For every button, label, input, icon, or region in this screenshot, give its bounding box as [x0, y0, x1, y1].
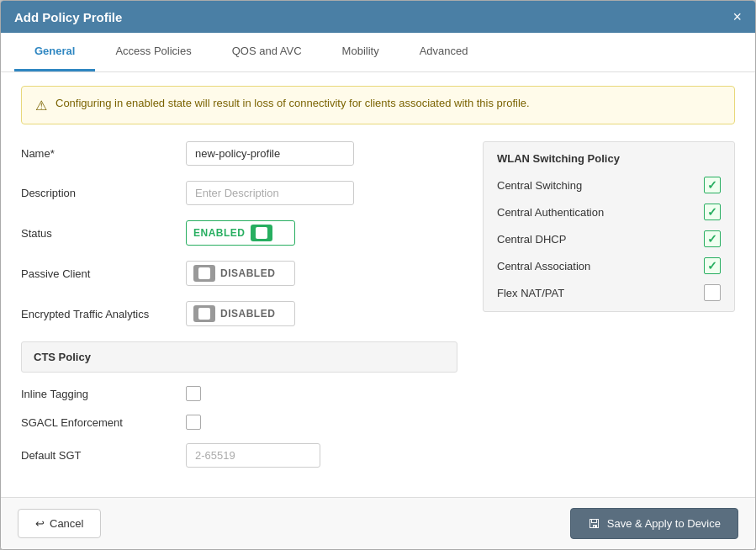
encrypted-traffic-label: Encrypted Traffic Analytics — [21, 308, 172, 320]
toggle-switch-inner3 — [198, 308, 210, 320]
encrypted-traffic-toggle-label: DISABLED — [220, 308, 275, 320]
passive-client-label: Passive Client — [21, 267, 172, 280]
status-toggle[interactable]: ENABLED — [186, 220, 295, 246]
passive-client-row: Passive Client DISABLED — [21, 261, 457, 286]
sgacl-checkbox[interactable] — [186, 415, 201, 430]
inline-tagging-row: Inline Tagging — [21, 386, 457, 401]
modal-body: ⚠ Configuring in enabled state will resu… — [1, 72, 755, 497]
tab-mobility[interactable]: Mobility — [322, 33, 399, 71]
warning-banner: ⚠ Configuring in enabled state will resu… — [21, 86, 735, 124]
passive-client-toggle-label: DISABLED — [220, 267, 275, 279]
description-input[interactable] — [186, 181, 354, 205]
tab-access-policies[interactable]: Access Policies — [95, 33, 211, 71]
encrypted-traffic-row: Encrypted Traffic Analytics DISABLED — [21, 301, 457, 326]
name-input[interactable] — [186, 141, 354, 166]
passive-client-toggle[interactable]: DISABLED — [186, 261, 295, 286]
central-switching-checkbox[interactable] — [704, 177, 721, 193]
right-panel: WLAN Switching Policy Central Switching … — [483, 141, 735, 481]
wlan-label-central-authentication: Central Authentication — [497, 206, 604, 219]
tab-qos-avc[interactable]: QOS and AVC — [212, 33, 322, 71]
wlan-switching-section: WLAN Switching Policy Central Switching … — [483, 141, 735, 312]
wlan-label-central-switching: Central Switching — [497, 179, 582, 192]
description-label: Description — [21, 187, 172, 199]
cts-policy-section: CTS Policy — [21, 341, 457, 373]
default-sgt-label: Default SGT — [21, 449, 172, 462]
cts-policy-title: CTS Policy — [34, 351, 91, 363]
cancel-icon: ↩ — [35, 517, 45, 530]
description-row: Description — [21, 181, 457, 205]
sgacl-row: SGACL Enforcement — [21, 415, 457, 430]
wlan-row-central-switching: Central Switching — [497, 177, 721, 193]
save-label: Save & Apply to Device — [607, 517, 721, 530]
warning-icon: ⚠ — [35, 98, 47, 114]
wlan-row-flex-nat-pat: Flex NAT/PAT — [497, 284, 721, 301]
wlan-label-flex-nat-pat: Flex NAT/PAT — [497, 287, 564, 299]
cancel-label: Cancel — [50, 517, 83, 530]
wlan-switching-title: WLAN Switching Policy — [497, 152, 721, 165]
toggle-switch-inner — [256, 227, 267, 239]
status-row: Status ENABLED — [21, 220, 457, 246]
cancel-button[interactable]: ↩ Cancel — [18, 509, 101, 538]
toggle-switch-inner2 — [198, 267, 210, 279]
status-toggle-switch — [251, 225, 272, 241]
inline-tagging-label: Inline Tagging — [21, 388, 172, 400]
passive-client-switch — [193, 265, 215, 282]
modal-title: Add Policy Profile — [14, 10, 122, 24]
modal-header: Add Policy Profile × — [1, 1, 755, 33]
wlan-row-central-association: Central Association — [497, 257, 721, 274]
sgacl-label: SGACL Enforcement — [21, 416, 172, 429]
tab-general[interactable]: General — [14, 33, 95, 71]
tab-bar: General Access Policies QOS and AVC Mobi… — [1, 33, 755, 72]
status-toggle-label: ENABLED — [193, 227, 246, 239]
name-label: Name* — [21, 147, 172, 160]
default-sgt-row: Default SGT — [21, 443, 457, 468]
modal-container: Add Policy Profile × General Access Poli… — [0, 0, 756, 550]
flex-nat-pat-checkbox[interactable] — [704, 284, 721, 301]
wlan-label-central-association: Central Association — [497, 260, 590, 272]
central-association-checkbox[interactable] — [704, 257, 721, 274]
wlan-row-central-dhcp: Central DHCP — [497, 230, 721, 247]
inline-tagging-checkbox[interactable] — [186, 386, 201, 401]
warning-text: Configuring in enabled state will result… — [56, 97, 530, 109]
wlan-label-central-dhcp: Central DHCP — [497, 233, 566, 246]
save-icon: 🖫 — [588, 516, 600, 531]
close-button[interactable]: × — [732, 9, 742, 24]
encrypted-traffic-switch — [193, 305, 215, 322]
content-grid: Name* Description Status ENABLED — [21, 141, 735, 481]
left-panel: Name* Description Status ENABLED — [21, 141, 457, 481]
central-authentication-checkbox[interactable] — [704, 204, 721, 220]
default-sgt-input[interactable] — [186, 443, 320, 468]
tab-advanced[interactable]: Advanced — [399, 33, 489, 71]
name-row: Name* — [21, 141, 457, 166]
wlan-row-central-authentication: Central Authentication — [497, 204, 721, 220]
central-dhcp-checkbox[interactable] — [704, 230, 721, 247]
save-button[interactable]: 🖫 Save & Apply to Device — [570, 508, 738, 539]
status-label: Status — [21, 227, 172, 240]
modal-footer: ↩ Cancel 🖫 Save & Apply to Device — [1, 497, 755, 549]
encrypted-traffic-toggle[interactable]: DISABLED — [186, 301, 295, 326]
